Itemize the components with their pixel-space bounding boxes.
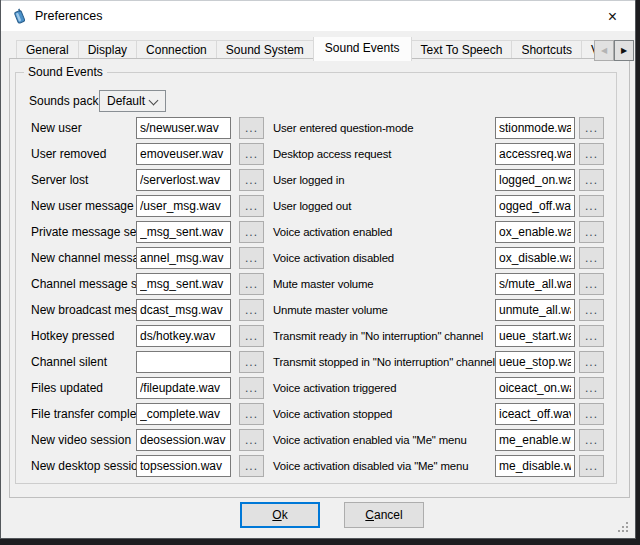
sound-event-row: New channel message ... (31, 247, 264, 269)
sound-file-input[interactable] (495, 403, 575, 425)
sound-event-row: File transfer complete ... (31, 403, 264, 425)
sound-file-input[interactable] (136, 351, 231, 373)
browse-button[interactable]: ... (239, 273, 264, 295)
sound-file-input[interactable] (136, 221, 231, 243)
event-label: User removed (31, 143, 106, 165)
sound-event-row: New video session ... (31, 429, 264, 451)
sound-file-input[interactable] (495, 169, 575, 191)
browse-button[interactable]: ... (239, 403, 264, 425)
sound-event-row: New desktop session ... (31, 455, 264, 477)
sound-file-input[interactable] (136, 273, 231, 295)
sound-file-input[interactable] (495, 195, 575, 217)
browse-button[interactable]: ... (239, 169, 264, 191)
sound-file-input[interactable] (136, 377, 231, 399)
sound-event-row: Unmute master volume ... (273, 299, 604, 321)
sound-file-input[interactable] (495, 273, 575, 295)
app-icon (11, 8, 28, 25)
sound-file-input[interactable] (136, 247, 231, 269)
browse-button[interactable]: ... (239, 117, 264, 139)
sound-file-input[interactable] (136, 429, 231, 451)
browse-button[interactable]: ... (239, 351, 264, 373)
browse-button[interactable]: ... (579, 325, 604, 347)
sound-file-input[interactable] (136, 403, 231, 425)
event-label: Transmit stopped in "No interruption" ch… (273, 351, 495, 373)
browse-button[interactable]: ... (239, 429, 264, 451)
sounds-pack-value: Default (107, 94, 145, 108)
sound-file-input[interactable] (136, 299, 231, 321)
tab-scroll-right-button[interactable]: ▶ (614, 40, 634, 61)
sound-file-input[interactable] (136, 117, 231, 139)
sound-file-input[interactable] (136, 195, 231, 217)
browse-button[interactable]: ... (239, 247, 264, 269)
sound-file-input[interactable] (495, 143, 575, 165)
event-label: New channel message (31, 247, 152, 269)
title-bar: Preferences × (1, 0, 635, 31)
sound-file-input[interactable] (136, 169, 231, 191)
sounds-pack-label: Sounds pack (29, 90, 98, 112)
sound-file-input[interactable] (495, 351, 575, 373)
sound-file-input[interactable] (136, 325, 231, 347)
browse-button[interactable]: ... (239, 221, 264, 243)
sound-file-input[interactable] (495, 455, 575, 477)
browse-button[interactable]: ... (579, 455, 604, 477)
sound-file-input[interactable] (495, 299, 575, 321)
close-button[interactable]: × (590, 1, 635, 32)
event-label: New desktop session (31, 455, 144, 477)
sound-file-input[interactable] (495, 247, 575, 269)
browse-button[interactable]: ... (239, 325, 264, 347)
event-label: Desktop access request (273, 143, 391, 165)
sound-event-row: Desktop access request ... (273, 143, 604, 165)
browse-button[interactable]: ... (579, 169, 604, 191)
sound-events-right-column: User entered question-mode ... Desktop a… (273, 117, 604, 477)
sound-event-row: Channel message sent ... (31, 273, 264, 295)
arrow-left-icon: ◀ (601, 46, 607, 55)
browse-button[interactable]: ... (579, 429, 604, 451)
event-label: Private message sent (31, 221, 146, 243)
event-label: Voice activation triggered (273, 377, 396, 399)
browse-button[interactable]: ... (579, 143, 604, 165)
browse-button[interactable]: ... (579, 117, 604, 139)
window-title: Preferences (35, 1, 102, 32)
browse-button[interactable]: ... (579, 377, 604, 399)
browse-button[interactable]: ... (239, 377, 264, 399)
resize-grip-icon[interactable] (618, 522, 630, 534)
sound-event-row: User removed ... (31, 143, 264, 165)
browse-button[interactable]: ... (579, 273, 604, 295)
cancel-button[interactable]: Cancel (344, 502, 424, 528)
sound-file-input[interactable] (136, 455, 231, 477)
event-label: New video session (31, 429, 131, 451)
chevron-down-icon (149, 96, 159, 106)
cancel-button-rest: ancel (374, 508, 403, 522)
sound-file-input[interactable] (495, 325, 575, 347)
event-label: Transmit ready in "No interruption" chan… (273, 325, 483, 347)
sound-event-row: Voice activation stopped ... (273, 403, 604, 425)
browse-button[interactable]: ... (239, 299, 264, 321)
sound-event-row: Voice activation enabled ... (273, 221, 604, 243)
event-label: Server lost (31, 169, 88, 191)
browse-button[interactable]: ... (579, 221, 604, 243)
sound-event-row: Voice activation enabled via "Me" menu .… (273, 429, 604, 451)
tab-sound-events[interactable]: Sound Events (313, 37, 412, 61)
sound-event-row: Private message sent ... (31, 221, 264, 243)
browse-button[interactable]: ... (579, 403, 604, 425)
sound-events-left-column: New user ... User removed ... Server los… (31, 117, 264, 477)
sound-event-row: New user message ... (31, 195, 264, 217)
browse-button[interactable]: ... (579, 195, 604, 217)
tab-scroll-left-button[interactable]: ◀ (594, 40, 614, 61)
sound-file-input[interactable] (495, 117, 575, 139)
browse-button[interactable]: ... (579, 351, 604, 373)
event-label: Voice activation enabled via "Me" menu (273, 429, 467, 451)
groupbox-title: Sound Events (24, 65, 107, 79)
sounds-pack-dropdown[interactable]: Default (99, 90, 166, 112)
browse-button[interactable]: ... (239, 455, 264, 477)
sound-file-input[interactable] (495, 429, 575, 451)
sound-file-input[interactable] (495, 377, 575, 399)
sound-file-input[interactable] (136, 143, 231, 165)
sound-event-row: User entered question-mode ... (273, 117, 604, 139)
browse-button[interactable]: ... (239, 143, 264, 165)
sound-file-input[interactable] (495, 221, 575, 243)
browse-button[interactable]: ... (239, 195, 264, 217)
browse-button[interactable]: ... (579, 247, 604, 269)
ok-button[interactable]: Ok (240, 502, 320, 528)
browse-button[interactable]: ... (579, 299, 604, 321)
